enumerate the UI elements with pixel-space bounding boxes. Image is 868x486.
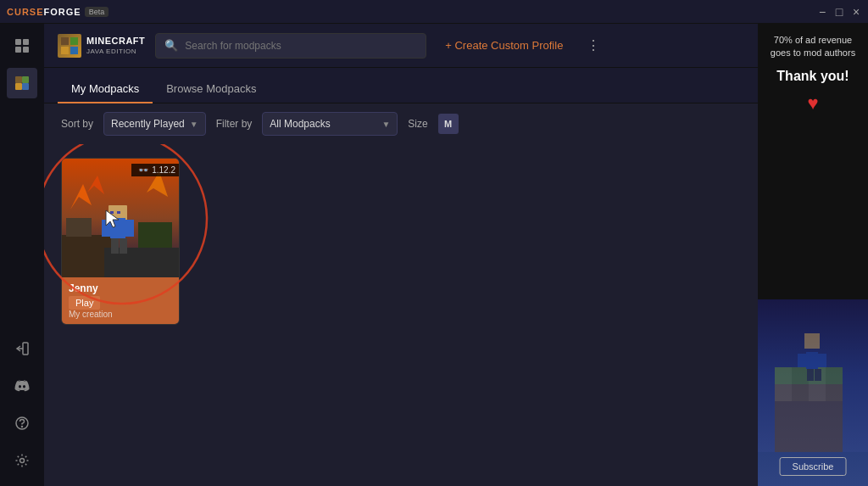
version-text: 1.12.2 (152, 165, 175, 175)
svg-rect-22 (138, 222, 172, 248)
login-icon (14, 341, 30, 356)
logo-curse-text: CURSE (7, 7, 44, 17)
svg-point-11 (22, 427, 23, 427)
search-bar[interactable]: 🔍 (155, 33, 426, 59)
create-profile-button[interactable]: + Create Custom Profile (437, 34, 571, 57)
icon-sidebar (0, 24, 44, 486)
ad-text: 70% of ad revenue goes to mod authors (765, 34, 861, 60)
modpack-card-wrapper: 👓 1.12.2 Jenny Play My creation (61, 158, 180, 325)
svg-point-12 (20, 459, 25, 463)
sidebar-item-settings[interactable] (7, 445, 37, 476)
more-options-icon: ⋮ (587, 37, 600, 53)
sidebar-bottom (7, 333, 37, 486)
svg-rect-47 (798, 354, 806, 367)
more-options-button[interactable]: ⋮ (581, 34, 605, 58)
svg-rect-40 (775, 384, 792, 401)
sort-by-select[interactable]: Recently Played ▼ (103, 112, 206, 136)
tab-browse-modpacks[interactable]: Browse Modpacks (153, 75, 270, 103)
logo-forge-text: FORGE (44, 7, 81, 17)
help-icon (14, 416, 30, 431)
svg-rect-43 (826, 384, 843, 401)
subscribe-button[interactable]: Subscribe (780, 457, 847, 476)
vr-icon: 👓 (138, 165, 148, 175)
sort-by-value: Recently Played (111, 118, 185, 130)
search-input[interactable] (185, 40, 417, 52)
settings-icon (14, 453, 30, 468)
sort-by-label: Sort by (61, 118, 93, 130)
minecraft-logo-svg (60, 36, 79, 55)
ad-panel: 70% of ad revenue goes to mod authors Th… (758, 24, 868, 486)
sidebar-item-home[interactable] (7, 31, 37, 61)
svg-rect-3 (23, 47, 29, 53)
svg-rect-28 (125, 220, 134, 237)
svg-rect-8 (23, 343, 28, 355)
title-bar-left: CURSEFORGE Beta (7, 7, 108, 17)
svg-rect-4 (15, 76, 22, 83)
sort-arrow-icon: ▼ (190, 120, 198, 129)
svg-rect-13 (61, 37, 69, 45)
svg-rect-39 (826, 367, 843, 384)
svg-rect-50 (815, 369, 821, 381)
main-layout: MINECRAFT JAVA EDITION 🔍 + Create Custom… (0, 24, 868, 486)
modpack-artwork (62, 159, 180, 277)
svg-rect-37 (792, 367, 809, 384)
minecraft-logo-text-group: MINECRAFT JAVA EDITION (86, 36, 145, 54)
search-icon: 🔍 (164, 39, 178, 52)
modpack-play-button[interactable]: Play (69, 296, 100, 310)
minecraft-logo-block (58, 34, 81, 58)
svg-rect-2 (15, 47, 21, 53)
filter-by-value: All Modpacks (270, 118, 330, 130)
discord-icon (14, 378, 30, 394)
minecraft-logo: MINECRAFT JAVA EDITION (58, 34, 145, 58)
size-label: Size (408, 118, 427, 130)
ad-content: 70% of ad revenue goes to mod authors Th… (765, 34, 861, 115)
ad-heart-icon: ♥ (807, 92, 818, 115)
card-version-badge: 👓 1.12.2 (131, 164, 180, 176)
ad-thankyou-text: Thank you! (776, 69, 849, 84)
content-area: MINECRAFT JAVA EDITION 🔍 + Create Custom… (44, 24, 758, 486)
svg-rect-36 (775, 367, 792, 384)
top-bar: MINECRAFT JAVA EDITION 🔍 + Create Custom… (44, 24, 758, 68)
modpack-card-image: 👓 1.12.2 (62, 159, 180, 277)
sidebar-item-minecraft[interactable] (7, 68, 37, 98)
modpack-subtitle: My creation (69, 310, 172, 319)
modpack-name: Jenny (69, 282, 172, 294)
minecraft-logo-text: MINECRAFT (86, 36, 145, 47)
sidebar-item-login[interactable] (7, 333, 37, 364)
minimize-button[interactable]: − (817, 7, 827, 17)
title-bar: CURSEFORGE Beta − □ × (0, 0, 868, 24)
svg-rect-25 (117, 211, 120, 214)
svg-rect-1 (23, 39, 29, 45)
tab-my-modpacks[interactable]: My Modpacks (58, 75, 153, 103)
svg-rect-30 (120, 238, 127, 254)
create-profile-label: + Create Custom Profile (445, 39, 563, 52)
filter-by-label: Filter by (216, 118, 253, 130)
beta-badge: Beta (85, 7, 109, 17)
svg-rect-21 (66, 218, 92, 237)
svg-rect-27 (102, 220, 110, 237)
modpack-card[interactable]: 👓 1.12.2 Jenny Play My creation (61, 158, 180, 325)
svg-rect-49 (807, 369, 814, 381)
maximize-button[interactable]: □ (834, 7, 844, 17)
svg-rect-7 (22, 83, 29, 90)
filters-bar: Sort by Recently Played ▼ Filter by All … (44, 103, 758, 144)
svg-rect-15 (61, 47, 69, 54)
app-logo: CURSEFORGE Beta (7, 7, 108, 17)
modpacks-grid: 👓 1.12.2 Jenny Play My creation (44, 144, 758, 486)
svg-rect-45 (804, 333, 820, 349)
sidebar-item-discord[interactable] (7, 371, 37, 401)
svg-rect-26 (110, 218, 125, 238)
size-button[interactable]: M (438, 114, 459, 134)
svg-rect-14 (70, 37, 78, 45)
sidebar-item-help[interactable] (7, 408, 37, 439)
svg-rect-5 (15, 83, 22, 90)
svg-rect-24 (110, 211, 114, 214)
minecraft-edition-text: JAVA EDITION (86, 47, 145, 55)
close-button[interactable]: × (851, 7, 861, 17)
minecraft-icon (13, 74, 31, 92)
ad-game-artwork (758, 299, 868, 452)
filter-by-select[interactable]: All Modpacks ▼ (262, 112, 398, 136)
svg-rect-44 (775, 401, 843, 452)
subscribe-label: Subscribe (793, 461, 834, 472)
home-icon (14, 37, 31, 54)
